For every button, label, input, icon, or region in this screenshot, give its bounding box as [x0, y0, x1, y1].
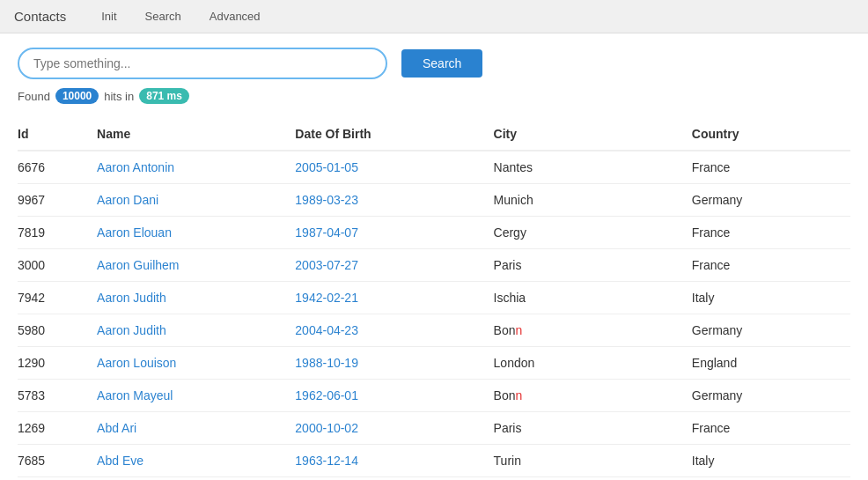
cell-dob: 1962-06-01	[295, 380, 493, 412]
cell-country: Germany	[692, 184, 850, 217]
cell-dob: 2004-04-23	[295, 314, 493, 347]
cell-id: 7942	[18, 282, 97, 314]
cell-dob: 1988-10-19	[295, 347, 493, 380]
cell-city: Turin	[494, 445, 692, 477]
cell-name[interactable]: Abd Ari	[97, 412, 295, 445]
nav-tabs: Init Search Advanced	[87, 0, 274, 33]
col-header-name: Name	[97, 118, 295, 151]
cell-city: Ischia	[494, 282, 692, 314]
cell-city: Bonn	[494, 380, 692, 412]
table-row: 5980Aaron Judith2004-04-23BonnGermany	[18, 314, 850, 347]
cell-country: Italy	[692, 445, 850, 477]
cell-country: Germany	[692, 380, 850, 412]
cell-city: Paris	[494, 249, 692, 282]
cell-country: England	[692, 347, 850, 380]
cell-name[interactable]: Aaron Judith	[97, 282, 295, 314]
col-header-country: Country	[692, 118, 850, 151]
app-title: Contacts	[14, 9, 66, 24]
results-info: Found 10000 hits in 871 ms	[18, 88, 850, 104]
table-row: 6676Aaron Antonin2005-01-05NantesFrance	[18, 151, 850, 184]
cell-name[interactable]: Aaron Antonin	[97, 151, 295, 184]
cell-city: Paris	[494, 412, 692, 445]
tab-advanced[interactable]: Advanced	[195, 0, 275, 33]
cell-dob: 1989-03-23	[295, 184, 493, 217]
hits-count-badge: 10000	[55, 88, 99, 104]
cell-country: France	[692, 249, 850, 282]
cell-id: 1290	[18, 347, 97, 380]
cell-id: 3000	[18, 249, 97, 282]
table-header: Id Name Date Of Birth City Country	[18, 118, 850, 151]
cell-id: 5980	[18, 314, 97, 347]
hits-in-label: hits in	[104, 90, 134, 103]
hits-time-badge: 871 ms	[139, 88, 189, 104]
table-body: 6676Aaron Antonin2005-01-05NantesFrance9…	[18, 151, 850, 477]
cell-country: Germany	[692, 314, 850, 347]
cell-id: 7819	[18, 217, 97, 249]
cell-dob: 1942-02-21	[295, 282, 493, 314]
cell-country: France	[692, 412, 850, 445]
cell-id: 5783	[18, 380, 97, 412]
cell-city: London	[494, 347, 692, 380]
search-area: Search	[18, 48, 850, 79]
cell-dob: 1963-12-14	[295, 445, 493, 477]
cell-id: 7685	[18, 445, 97, 477]
col-header-dob: Date Of Birth	[295, 118, 493, 151]
table-row: 7942Aaron Judith1942-02-21IschiaItaly	[18, 282, 850, 314]
main-content: Search Found 10000 hits in 871 ms Id Nam…	[0, 33, 868, 480]
cell-country: France	[692, 151, 850, 184]
cell-dob: 1987-04-07	[295, 217, 493, 249]
cell-dob: 2005-01-05	[295, 151, 493, 184]
cell-dob: 2000-10-02	[295, 412, 493, 445]
search-input[interactable]	[18, 48, 387, 79]
cell-name[interactable]: Aaron Judith	[97, 314, 295, 347]
found-label: Found	[18, 90, 50, 103]
cell-country: France	[692, 217, 850, 249]
cell-city: Cergy	[494, 217, 692, 249]
tab-init[interactable]: Init	[87, 0, 130, 33]
search-button[interactable]: Search	[401, 49, 482, 78]
table-row: 9967Aaron Dani1989-03-23MunichGermany	[18, 184, 850, 217]
cell-city: Nantes	[494, 151, 692, 184]
cell-id: 6676	[18, 151, 97, 184]
nav-bar: Contacts Init Search Advanced	[0, 0, 868, 33]
table-row: 1290Aaron Louison1988-10-19LondonEngland	[18, 347, 850, 380]
cell-dob: 2003-07-27	[295, 249, 493, 282]
cell-city: Munich	[494, 184, 692, 217]
cell-id: 1269	[18, 412, 97, 445]
cell-name[interactable]: Aaron Louison	[97, 347, 295, 380]
table-row: 3000Aaron Guilhem2003-07-27ParisFrance	[18, 249, 850, 282]
cell-name[interactable]: Aaron Elouan	[97, 217, 295, 249]
table-row: 7685Abd Eve1963-12-14TurinItaly	[18, 445, 850, 477]
table-row: 1269Abd Ari2000-10-02ParisFrance	[18, 412, 850, 445]
table-row: 5783Aaron Mayeul1962-06-01BonnGermany	[18, 380, 850, 412]
col-header-id: Id	[18, 118, 97, 151]
tab-search[interactable]: Search	[131, 0, 195, 33]
cell-name[interactable]: Abd Eve	[97, 445, 295, 477]
cell-country: Italy	[692, 282, 850, 314]
col-header-city: City	[494, 118, 692, 151]
cell-id: 9967	[18, 184, 97, 217]
cell-name[interactable]: Aaron Dani	[97, 184, 295, 217]
cell-name[interactable]: Aaron Mayeul	[97, 380, 295, 412]
cell-name[interactable]: Aaron Guilhem	[97, 249, 295, 282]
contacts-table: Id Name Date Of Birth City Country 6676A…	[18, 118, 850, 477]
table-row: 7819Aaron Elouan1987-04-07CergyFrance	[18, 217, 850, 249]
cell-city: Bonn	[494, 314, 692, 347]
